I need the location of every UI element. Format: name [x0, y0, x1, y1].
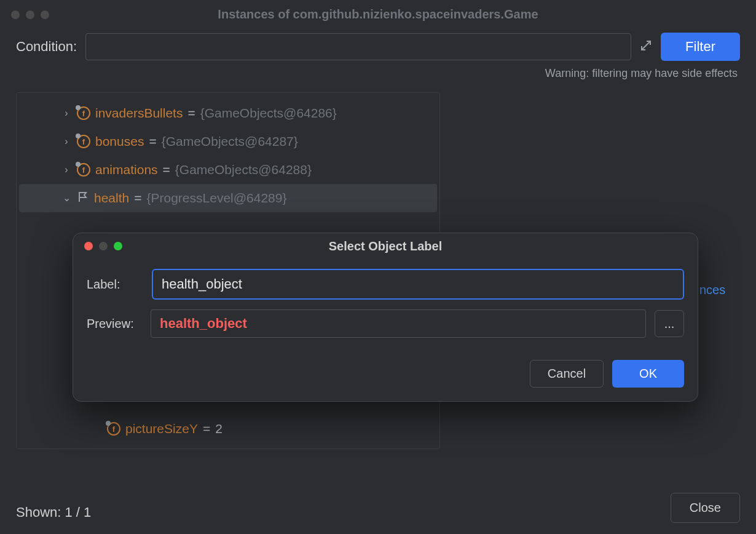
traffic-close-icon[interactable]	[11, 10, 20, 19]
label-row: Label:	[73, 259, 698, 306]
field-name: health	[94, 191, 129, 205]
tree-row-picturesizey[interactable]: f pictureSizeY = 2	[19, 415, 437, 442]
field-name: animations	[95, 162, 158, 177]
dialog-traffic-lights	[84, 242, 122, 250]
chevron-right-icon[interactable]: ›	[61, 108, 72, 119]
flag-icon	[77, 191, 89, 206]
field-badge-icon: f	[77, 106, 90, 120]
more-button[interactable]: ...	[655, 310, 684, 337]
traffic-lights	[11, 10, 49, 19]
field-name: bonuses	[95, 134, 144, 149]
equals-sign: =	[149, 134, 156, 149]
field-value: {GameObjects@64288}	[175, 162, 312, 177]
field-badge-icon: f	[77, 135, 90, 148]
expand-icon[interactable]	[640, 39, 652, 55]
field-name: pictureSizeY	[125, 421, 198, 436]
chevron-right-icon[interactable]: ›	[61, 164, 72, 175]
condition-row: Condition: Filter	[0, 26, 756, 63]
equals-sign: =	[187, 106, 195, 121]
titlebar: Instances of com.github.nizienko.spacein…	[0, 0, 756, 26]
preview-label: Preview:	[87, 317, 142, 331]
traffic-max-icon[interactable]	[41, 10, 49, 19]
field-value: {GameObjects@64287}	[162, 134, 298, 149]
equals-sign: =	[203, 421, 210, 436]
dialog-titlebar: Select Object Label	[73, 233, 698, 259]
instances-window: Instances of com.github.nizienko.spacein…	[0, 0, 756, 534]
cancel-button[interactable]: Cancel	[530, 360, 604, 388]
condition-input[interactable]	[85, 33, 631, 60]
label-label: Label:	[87, 277, 142, 292]
traffic-min-icon[interactable]	[99, 242, 108, 250]
tree-row-health[interactable]: ⌄ health = {ProgressLevel@64289}	[19, 184, 437, 212]
chevron-right-icon[interactable]: ›	[61, 136, 72, 147]
traffic-close-icon[interactable]	[84, 242, 93, 250]
traffic-max-icon[interactable]	[114, 242, 122, 250]
tree-row-bonuses[interactable]: › f bonuses = {GameObjects@64287}	[19, 127, 437, 156]
preview-row: Preview: health_object ...	[73, 306, 698, 344]
field-name: invadersBullets	[95, 106, 183, 121]
dialog-buttons: Cancel OK	[73, 344, 698, 388]
preview-value: health_object	[151, 309, 646, 338]
condition-label: Condition:	[16, 39, 77, 55]
equals-sign: =	[134, 191, 141, 205]
label-input[interactable]	[152, 269, 684, 300]
select-object-label-dialog: Select Object Label Label: Preview: heal…	[73, 233, 698, 402]
tree-row-invadersbullets[interactable]: › f invadersBullets = {GameObjects@64286…	[19, 99, 437, 127]
equals-sign: =	[163, 162, 170, 177]
filter-button[interactable]: Filter	[661, 33, 740, 61]
references-link[interactable]: nces	[699, 283, 725, 297]
field-badge-icon: f	[77, 163, 90, 177]
chevron-down-icon[interactable]: ⌄	[61, 192, 72, 204]
field-value: {ProgressLevel@64289}	[146, 191, 286, 205]
field-value: {GameObjects@64286}	[200, 106, 337, 121]
field-value: 2	[215, 421, 222, 436]
traffic-min-icon[interactable]	[26, 10, 34, 19]
field-badge-icon: f	[107, 422, 120, 436]
close-button[interactable]: Close	[671, 493, 740, 523]
dialog-title: Select Object Label	[73, 239, 698, 253]
filter-warning: Warning: filtering may have side effects	[0, 63, 756, 89]
shown-count: Shown: 1 / 1	[16, 504, 91, 520]
tree-row-animations[interactable]: › f animations = {GameObjects@64288}	[19, 156, 437, 184]
window-title: Instances of com.github.nizienko.spacein…	[10, 7, 746, 22]
ok-button[interactable]: OK	[612, 360, 684, 388]
